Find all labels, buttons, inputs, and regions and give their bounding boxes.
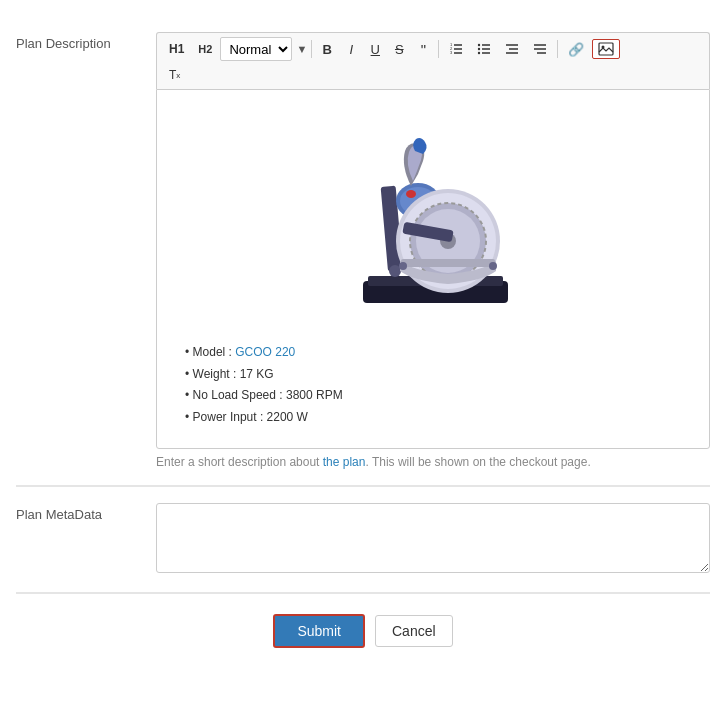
plan-description-row: Plan Description H1 H2 Normal ▼ B I U S … (16, 16, 710, 486)
spec-speed: No Load Speed : 3800 RPM (185, 385, 689, 407)
separator1 (311, 40, 312, 58)
svg-point-38 (406, 190, 416, 198)
plan-metadata-label: Plan MetaData (16, 503, 156, 522)
editor-hint: Enter a short description about the plan… (156, 455, 710, 469)
svg-point-11 (478, 52, 480, 54)
metadata-textarea[interactable] (156, 503, 710, 573)
link-button[interactable]: 🔗 (562, 39, 590, 60)
indent-button[interactable] (527, 39, 553, 59)
form-buttons: Submit Cancel (16, 594, 710, 668)
quote-button[interactable]: " (412, 38, 434, 61)
editor-content-area[interactable]: Model : GCOO 220 Weight : 17 KG No Load … (156, 89, 710, 449)
h1-button[interactable]: H1 (163, 39, 190, 59)
plan-metadata-control (156, 503, 710, 576)
ordered-list-button[interactable]: 1 2 3 (443, 39, 469, 59)
spec-weight: Weight : 17 KG (185, 364, 689, 386)
hint-blue-text: the plan (323, 455, 366, 469)
text-style-select[interactable]: Normal (220, 37, 292, 61)
image-button[interactable] (592, 39, 620, 59)
svg-text:3: 3 (450, 50, 453, 55)
separator3 (557, 40, 558, 58)
outdent-button[interactable] (499, 39, 525, 59)
plan-description-editor: H1 H2 Normal ▼ B I U S " (156, 32, 710, 469)
spec-model: Model : GCOO 220 (185, 342, 689, 364)
clear-format-button[interactable]: Tx (163, 65, 186, 85)
plan-description-label: Plan Description (16, 32, 156, 51)
product-specs-list: Model : GCOO 220 Weight : 17 KG No Load … (177, 342, 689, 428)
toolbar-row1: H1 H2 Normal ▼ B I U S " (163, 37, 703, 61)
submit-button[interactable]: Submit (273, 614, 365, 648)
strikethrough-button[interactable]: S (388, 39, 410, 60)
cancel-button[interactable]: Cancel (375, 615, 453, 647)
spec-power: Power Input : 2200 W (185, 407, 689, 429)
separator2 (438, 40, 439, 58)
plan-metadata-row: Plan MetaData (16, 487, 710, 593)
product-image (333, 106, 533, 326)
bold-button[interactable]: B (316, 39, 338, 60)
svg-point-36 (399, 262, 407, 270)
underline-button[interactable]: U (364, 39, 386, 60)
select-arrow-icon: ▼ (296, 43, 307, 55)
h2-button[interactable]: H2 (192, 40, 218, 58)
svg-point-37 (489, 262, 497, 270)
product-image-wrapper (177, 106, 689, 326)
toolbar-row2: Tx (163, 63, 703, 85)
svg-rect-34 (401, 259, 495, 267)
svg-point-10 (478, 48, 480, 50)
unordered-list-button[interactable] (471, 39, 497, 59)
svg-rect-18 (599, 43, 613, 55)
svg-point-9 (478, 44, 480, 46)
editor-toolbar: H1 H2 Normal ▼ B I U S " (156, 32, 710, 89)
italic-button[interactable]: I (340, 39, 362, 60)
